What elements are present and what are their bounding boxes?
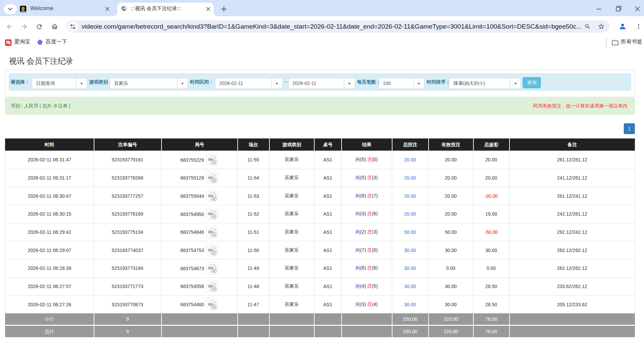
svg-text:du: du [39,42,41,44]
